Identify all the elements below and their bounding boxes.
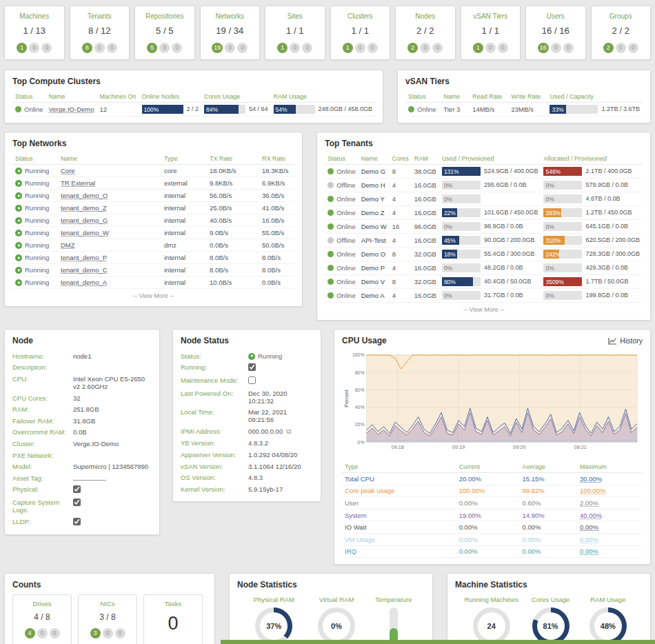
- name-link[interactable]: Demo W: [361, 223, 387, 230]
- status-badge[interactable]: 0: [628, 43, 638, 53]
- status-badge[interactable]: 1: [277, 43, 288, 53]
- status-badge[interactable]: 4: [25, 628, 35, 638]
- name-link[interactable]: Demo P: [361, 264, 385, 272]
- stat-maximum-link[interactable]: 0.00%: [580, 536, 598, 543]
- stat-maximum-link[interactable]: 40.00%: [580, 512, 602, 519]
- table-row[interactable]: OfflineAPI-Test416.0GB45%90.0GB / 200.0G…: [325, 234, 643, 248]
- name-link[interactable]: Verge.IO-Demo: [48, 105, 94, 113]
- table-row[interactable]: OfflineDemo H416.0GB0%295.6GB / 0.0B0%57…: [325, 179, 643, 192]
- stat-maximum-link[interactable]: 2.00%: [580, 499, 598, 507]
- name-link[interactable]: tenant_demo_Z: [61, 204, 107, 212]
- stat-maximum-link[interactable]: 30.00%: [580, 475, 602, 483]
- name-link[interactable]: Core: [61, 167, 75, 174]
- status-badge[interactable]: 3: [90, 628, 101, 638]
- status-badge[interactable]: 19: [212, 43, 223, 53]
- status-badge[interactable]: 2: [407, 43, 418, 53]
- status-badge[interactable]: 0: [551, 43, 561, 53]
- status-badge[interactable]: 1: [17, 43, 27, 53]
- copy-icon[interactable]: ⧉: [286, 427, 291, 435]
- status-badge[interactable]: 5: [147, 43, 157, 53]
- table-row[interactable]: Runningtenant_demo_Ainternal10.0B/s0.0B/…: [12, 276, 294, 289]
- summary-card-nodes[interactable]: Nodes2 / 2200: [395, 6, 456, 60]
- status-badge[interactable]: 0: [115, 628, 125, 638]
- table-row[interactable]: OnlineVerge.IO-Demo12100%2 / 284%54 / 64…: [12, 103, 375, 117]
- status-badge[interactable]: 0: [498, 43, 508, 53]
- status-badge[interactable]: 0: [103, 628, 113, 638]
- status-badge[interactable]: 1: [343, 43, 353, 53]
- summary-card-networks[interactable]: Networks19 / 341900: [200, 6, 261, 60]
- status-badge[interactable]: 0: [29, 43, 39, 53]
- table-row[interactable]: OnlineDemo A416.0GB0%31.7GB / 0.0B0%199.…: [325, 289, 643, 303]
- name-link[interactable]: Demo O: [361, 250, 385, 258]
- name-link[interactable]: Demo H: [361, 181, 385, 189]
- status-badge[interactable]: 2: [603, 43, 614, 53]
- summary-card-tenants[interactable]: Tenants8 / 12800: [70, 6, 130, 60]
- name-link[interactable]: Demo G: [361, 168, 385, 175]
- table-row[interactable]: RunningTR Externalexternal9.8KB/s6.9KB/s: [12, 177, 294, 190]
- name-link[interactable]: Demo A: [361, 292, 385, 299]
- status-badge[interactable]: 0: [432, 43, 443, 53]
- status-badge[interactable]: 0: [172, 43, 182, 53]
- checkbox-capture-system-logs[interactable]: [73, 499, 81, 506]
- table-row[interactable]: OnlineDemo W1696.0GB0%98.9GB / 0.0B0%645…: [325, 220, 643, 234]
- name-link[interactable]: Demo V: [361, 278, 385, 285]
- summary-card-sites[interactable]: Sites1 / 1100: [265, 6, 325, 60]
- name-link[interactable]: Demo Y: [361, 195, 385, 203]
- name-link[interactable]: Demo Z: [361, 209, 385, 217]
- count-box-nics[interactable]: NICs3 / 8300: [78, 594, 137, 644]
- summary-card-groups[interactable]: Groups2 / 2200: [591, 6, 652, 60]
- status-badge[interactable]: 0: [107, 43, 117, 53]
- table-row[interactable]: OnlineDemo Y416.0GB0%0%4.6TB / 0.0B: [325, 192, 643, 206]
- name-link[interactable]: tenant_demo_G: [61, 217, 108, 224]
- summary-card-repositories[interactable]: Repositories5 / 5500: [134, 6, 195, 60]
- table-row[interactable]: Runningtenant_demo_Ginternal40.0B/s16.0B…: [12, 214, 294, 227]
- status-badge[interactable]: 0: [420, 43, 430, 53]
- summary-card-vsan-tiers[interactable]: vSAN Tiers1 / 1100: [461, 6, 521, 60]
- name-link[interactable]: tenant_demo_P: [61, 254, 107, 261]
- table-row[interactable]: OnlineTier 314MB/s23MB/s33%1.2TB / 3.6TB: [405, 103, 643, 117]
- table-row[interactable]: Runningtenant_demo_Cinternal8.0B/s8.0B/s: [12, 264, 294, 276]
- view-more-link[interactable]: -- View More --: [325, 303, 643, 314]
- status-badge[interactable]: 0: [563, 43, 574, 53]
- checkbox-physical[interactable]: [73, 485, 81, 493]
- summary-card-clusters[interactable]: Clusters1 / 1100: [330, 6, 391, 60]
- checkbox-running[interactable]: [248, 363, 256, 371]
- table-row[interactable]: Runningtenant_demo_Ointernal56.0B/s36.0B…: [12, 190, 294, 202]
- status-badge[interactable]: 0: [485, 43, 496, 53]
- table-row[interactable]: RunningCorecore18.0KB/s18.3KB/s: [12, 165, 294, 177]
- count-box-drives[interactable]: Drives4 / 8400: [12, 594, 72, 644]
- table-row[interactable]: OnlineDemo Z416.0GB22%101.6GB / 450.0GB2…: [325, 206, 643, 220]
- stat-maximum-link[interactable]: 100.00%: [580, 487, 606, 494]
- status-badge[interactable]: 0: [225, 43, 235, 53]
- status-badge[interactable]: 0: [41, 43, 52, 53]
- stat-maximum-link[interactable]: 0.00%: [580, 523, 598, 531]
- name-link[interactable]: API-Test: [361, 237, 386, 244]
- status-badge[interactable]: 0: [355, 43, 365, 53]
- name-link[interactable]: TR External: [61, 179, 95, 187]
- status-badge[interactable]: 0: [37, 628, 48, 638]
- status-badge[interactable]: 0: [302, 43, 312, 53]
- name-link[interactable]: tenant_demo_O: [61, 192, 108, 199]
- checkbox-maintenance-mode[interactable]: [248, 376, 256, 384]
- status-badge[interactable]: 1: [473, 43, 483, 53]
- status-badge[interactable]: 0: [94, 43, 105, 53]
- status-badge[interactable]: 8: [82, 43, 92, 53]
- view-more-link[interactable]: -- View More --: [12, 289, 294, 300]
- name-link[interactable]: DMZ: [61, 241, 75, 249]
- status-badge[interactable]: 0: [237, 43, 248, 53]
- table-row[interactable]: OnlineDemo P416.0GB0%48.2GB / 0.0B0%429.…: [325, 261, 643, 275]
- name-link[interactable]: tenant_demo_A: [61, 279, 107, 286]
- status-badge[interactable]: 0: [50, 628, 60, 638]
- table-row[interactable]: OnlineDemo V832.0GB80%40.4GB / 50.0GB350…: [325, 275, 643, 289]
- status-badge[interactable]: 0: [290, 43, 300, 53]
- status-badge[interactable]: 16: [538, 43, 549, 53]
- name-link[interactable]: tenant_demo_C: [61, 266, 108, 274]
- status-badge[interactable]: 0: [159, 43, 170, 53]
- count-box-tasks[interactable]: Tasks0: [143, 594, 203, 644]
- table-row[interactable]: OnlineDemo G838.0GB131%524.9GB / 400.0GB…: [325, 165, 643, 179]
- table-row[interactable]: RunningDMZdmz0.0B/s50.0B/s: [12, 239, 294, 252]
- summary-card-users[interactable]: Users16 / 161600: [525, 6, 586, 60]
- checkbox-lldp[interactable]: [73, 518, 81, 525]
- table-row[interactable]: Runningtenant_demo_Winternal9.0B/s55.0B/…: [12, 227, 294, 239]
- name-link[interactable]: tenant_demo_W: [61, 229, 109, 237]
